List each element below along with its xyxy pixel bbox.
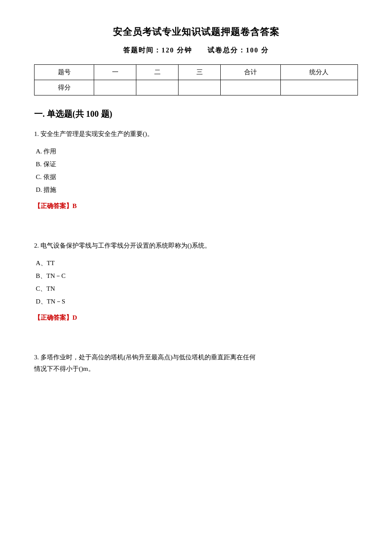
option-2-a: A、TT [36,257,358,269]
subtitle: 答题时间：120 分钟 试卷总分：100 分 [34,46,358,55]
table-header-three: 三 [179,65,221,80]
score-table: 题号 一 二 三 合计 统分人 得分 [34,64,358,95]
answer-1: 【正确答案】B [34,202,358,210]
option-2-b: B、TN－C [36,269,358,282]
answer-2: 【正确答案】D [34,314,358,322]
subtitle-time: 答题时间：120 分钟 [123,46,192,54]
table-score-total [221,80,280,95]
table-header-one: 一 [94,65,136,80]
question-block-2: 2. 电气设备保护零线与工作零线分开设置的系统即称为()系统。 A、TT B、T… [34,240,358,322]
table-score-three [179,80,221,95]
question-block-3: 3. 多塔作业时，处于高位的塔机(吊钩升至最高点)与低位塔机的垂直距离在任何情况… [34,352,358,375]
option-2-c: C、TN [36,282,358,295]
table-header-tihao: 题号 [35,65,94,80]
answer-value-1: B [72,202,77,209]
table-header-row: 题号 一 二 三 合计 统分人 [35,65,358,80]
question-block-1: 1. 安全生产管理是实现安全生产的重要()。 A. 作用 B. 保证 C. 依据… [34,128,358,210]
question-text-2: 2. 电气设备保护零线与工作零线分开设置的系统即称为()系统。 [34,240,358,251]
table-header-scorer: 统分人 [280,65,358,80]
answer-label-1: 【正确答案】 [34,202,72,209]
option-1-a: A. 作用 [36,145,358,158]
table-score-scorer [280,80,358,95]
question-text-1: 1. 安全生产管理是实现安全生产的重要()。 [34,128,358,140]
table-score-row: 得分 [35,80,358,95]
table-defen-label: 得分 [35,80,94,95]
table-header-total: 合计 [221,65,280,80]
option-1-b: B. 保证 [36,158,358,171]
answer-label-2: 【正确答案】 [34,314,72,321]
option-1-d: D. 措施 [36,183,358,196]
table-score-one [94,80,136,95]
table-score-two [136,80,179,95]
option-1-c: C. 依据 [36,171,358,183]
question-text-3: 3. 多塔作业时，处于高位的塔机(吊钩升至最高点)与低位塔机的垂直距离在任何情况… [34,352,358,375]
page-title: 安全员考试专业知识试题押题卷含答案 [34,26,358,38]
answer-value-2: D [72,314,77,321]
option-2-d: D、TN－S [36,295,358,308]
section-title: 一. 单选题(共 100 题) [34,108,358,120]
table-header-two: 二 [136,65,179,80]
subtitle-score: 试卷总分：100 分 [208,46,269,54]
